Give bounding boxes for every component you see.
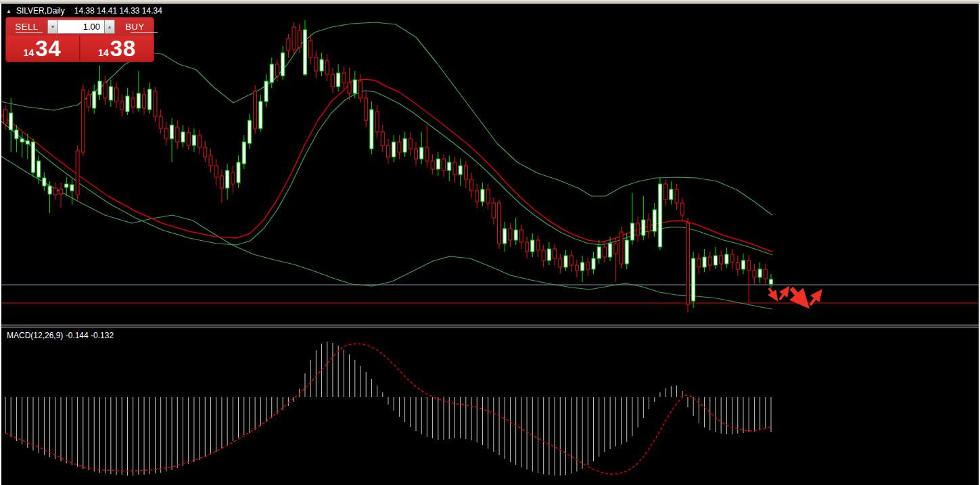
collapse-chart-icon[interactable]: ▲ (6, 8, 11, 14)
volume-stepper: ▼ ▲ (47, 20, 115, 34)
macd-indicator-chart[interactable] (0, 327, 980, 485)
trading-terminal-window: ▲ SILVER,Daily 14.38 14.41 14.33 14.34 S… (0, 0, 980, 485)
macd-indicator-label: MACD(12,26,9) -0.144 -0.132 (7, 331, 114, 340)
volume-decrease-button[interactable]: ▼ (47, 20, 58, 34)
sell-underline (16, 32, 43, 33)
one-click-trade-panel: SELL ▼ ▲ BUY 14 34 14 38 (5, 17, 154, 62)
buy-underline (131, 32, 158, 33)
sell-price-button[interactable]: 14 34 (6, 36, 80, 62)
buy-price-whole: 14 (98, 47, 109, 58)
buy-button[interactable]: BUY (116, 21, 154, 32)
volume-increase-button[interactable]: ▲ (104, 20, 115, 34)
buy-price-button[interactable]: 14 38 (81, 36, 154, 62)
sell-button[interactable]: SELL (9, 21, 45, 32)
trade-panel-price-row: 14 34 14 38 (6, 36, 154, 62)
chart-title-bar: ▲ SILVER,Daily 14.38 14.41 14.33 14.34 (6, 6, 162, 16)
panel-splitter-line-top[interactable] (0, 325, 980, 325)
panel-splitter-line-bottom[interactable] (0, 327, 980, 327)
window-border-left (0, 3, 1, 485)
window-chrome-strip (0, 0, 980, 4)
chart-symbol-period: SILVER,Daily (16, 6, 65, 16)
sell-price-whole: 14 (24, 47, 34, 58)
sell-price-pips: 34 (35, 36, 62, 62)
chart-ohlc-quote: 14.38 14.41 14.33 14.34 (74, 6, 162, 16)
volume-input[interactable] (58, 20, 104, 34)
buy-price-pips: 38 (110, 36, 137, 62)
